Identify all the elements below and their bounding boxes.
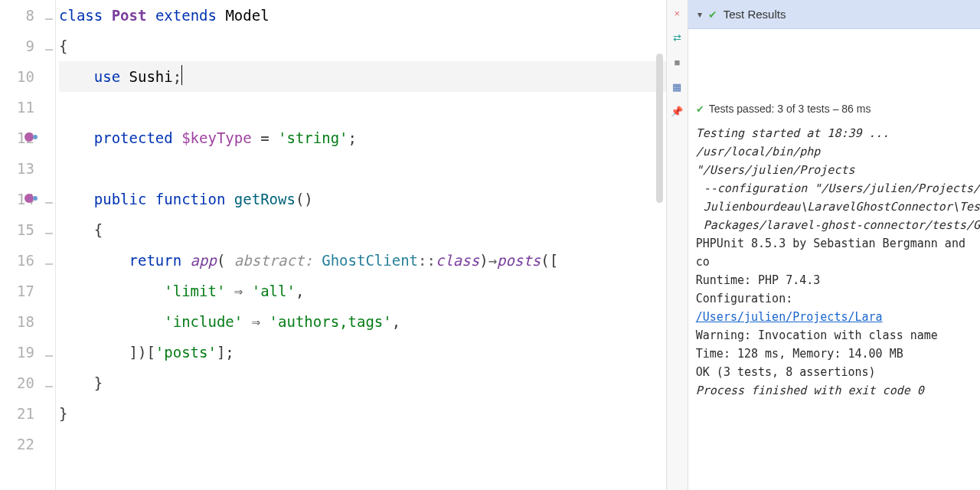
code-line[interactable] <box>59 153 666 184</box>
line-number: 16 <box>0 245 34 276</box>
console-line: Process finished with exit code 0 <box>696 381 980 400</box>
fold-toggle[interactable] <box>42 34 55 65</box>
console-line: Packages/laravel-ghost-connector/tests/G <box>696 216 980 234</box>
console-line: Time: 128 ms, Memory: 14.00 MB <box>696 345 980 363</box>
console-line: Testing started at 18:39 ... <box>696 124 980 142</box>
check-icon: ✔ <box>708 8 717 21</box>
code-editor[interactable]: 8910111213141516171819202122 class Post … <box>0 0 666 490</box>
fold-toggle <box>42 402 55 433</box>
test-console[interactable]: Testing started at 18:39 .../usr/local/b… <box>688 119 980 490</box>
override-gutter-icon[interactable] <box>24 132 40 142</box>
fold-toggle <box>42 96 55 126</box>
code-line[interactable]: { <box>59 31 666 61</box>
text-cursor <box>181 65 182 85</box>
code-line[interactable]: protected $keyType = 'string'; <box>59 122 666 153</box>
console-line: --configuration "/Users/julien/Projects/ <box>696 179 980 198</box>
line-number-gutter: 8910111213141516171819202122 <box>0 0 42 490</box>
line-number: 22 <box>0 429 34 459</box>
code-line[interactable]: } <box>59 398 666 429</box>
code-line[interactable]: 'limit' ⇒ 'all', <box>59 276 666 306</box>
toolstrip-button[interactable]: 📌 <box>671 106 682 116</box>
line-number: 10 <box>0 61 34 92</box>
console-line: Configuration: /Users/julien/Projects/La… <box>696 289 980 326</box>
line-number: 8 <box>0 0 34 31</box>
test-results-header[interactable]: ▾ ✔ Test Results <box>688 0 980 29</box>
code-line[interactable]: class Post extends Model <box>59 0 666 31</box>
test-toolstrip: ×⇄■▦📌 <box>666 0 688 490</box>
code-area[interactable]: class Post extends Model{ use Sushi; pro… <box>56 0 666 490</box>
line-number: 18 <box>0 306 34 337</box>
line-number: 20 <box>0 368 34 398</box>
line-number: 21 <box>0 398 34 429</box>
line-number: 11 <box>0 92 34 122</box>
code-line[interactable]: { <box>59 214 666 245</box>
fold-gutter[interactable] <box>42 0 56 490</box>
code-line[interactable] <box>59 92 666 122</box>
console-line: Warning: Invocation with class name <box>696 326 980 345</box>
fold-toggle <box>42 126 55 157</box>
console-line: OK (3 tests, 8 assertions) <box>696 363 980 381</box>
fold-toggle[interactable] <box>42 249 55 279</box>
console-line: PHPUnit 8.5.3 by Sebastian Bergmann and … <box>696 234 980 271</box>
fold-toggle[interactable] <box>42 4 55 34</box>
code-line[interactable]: public function getRows() <box>59 184 666 214</box>
test-summary-bar: ✔ Tests passed: 3 of 3 tests – 86 ms <box>688 29 980 119</box>
chevron-down-icon: ▾ <box>697 9 702 20</box>
editor-scrollbar-thumb[interactable] <box>656 54 663 203</box>
code-line[interactable]: return app( abstract: GhostClient::class… <box>59 245 666 276</box>
code-line[interactable]: ])['posts']; <box>59 337 666 368</box>
code-line[interactable]: use Sushi; <box>59 61 666 92</box>
line-number: 15 <box>0 214 34 245</box>
override-gutter-icon[interactable] <box>24 193 40 204</box>
fold-toggle <box>42 310 55 341</box>
fold-toggle <box>42 157 55 188</box>
check-icon: ✔ <box>696 103 704 115</box>
test-results-panel: ▾ ✔ Test Results ✔ Tests passed: 3 of 3 … <box>688 0 980 490</box>
line-number: 13 <box>0 153 34 184</box>
fold-toggle[interactable] <box>42 218 55 249</box>
fold-toggle[interactable] <box>42 188 55 218</box>
fold-toggle <box>42 65 55 96</box>
test-summary-text: Tests passed: 3 of 3 tests – 86 ms <box>709 103 871 115</box>
code-line[interactable]: 'include' ⇒ 'authors,tags', <box>59 306 666 337</box>
fold-toggle[interactable] <box>42 371 55 402</box>
fold-toggle <box>42 433 55 463</box>
console-line: Runtime: PHP 7.4.3 <box>696 271 980 289</box>
toolstrip-button[interactable]: ■ <box>671 57 682 67</box>
toolstrip-button[interactable]: ▦ <box>671 81 682 92</box>
code-line[interactable]: } <box>59 368 666 398</box>
line-number: 19 <box>0 337 34 368</box>
panel-title: Test Results <box>724 8 786 21</box>
toolstrip-button[interactable]: ⇄ <box>671 32 682 43</box>
code-line[interactable] <box>59 429 666 459</box>
console-line: Julienbourdeau\LaravelGhostConnector\Tes <box>696 198 980 216</box>
line-number: 17 <box>0 276 34 306</box>
fold-toggle <box>42 279 55 310</box>
line-number: 9 <box>0 31 34 61</box>
console-line: /usr/local/bin/php "/Users/julien/Projec… <box>696 142 980 179</box>
fold-toggle[interactable] <box>42 341 55 371</box>
toolstrip-button[interactable]: × <box>671 8 682 18</box>
